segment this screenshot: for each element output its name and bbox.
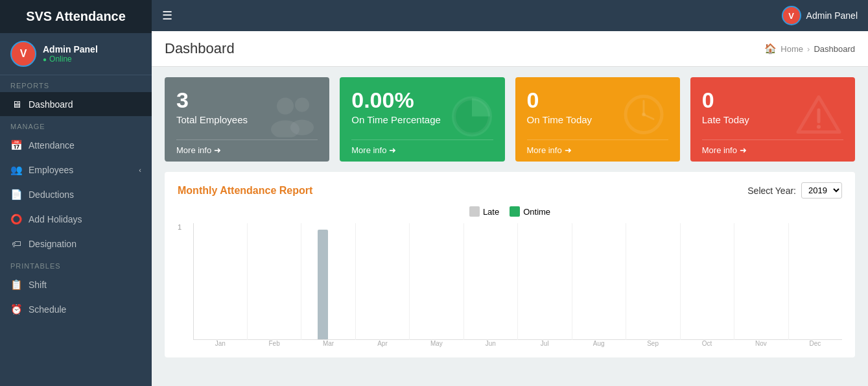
schedule-icon: ⏰	[10, 304, 22, 315]
page-body: Dashboard 🏠 Home › Dashboard 3 Total Emp…	[152, 31, 868, 386]
topbar: ☰ V Admin Panel	[152, 0, 868, 31]
sidebar-item-attendance[interactable]: 📅 Attendance	[0, 133, 152, 158]
sidebar-item-label: Employees	[29, 165, 73, 175]
chart-legend: Late Ontime	[178, 206, 842, 217]
sidebar-item-dashboard[interactable]: 🖥 Dashboard	[0, 92, 152, 116]
sidebar-item-label: Schedule	[29, 304, 66, 315]
sidebar-item-schedule[interactable]: ⏰ Schedule	[0, 297, 152, 322]
svg-point-0	[277, 98, 294, 115]
breadcrumb: 🏠 Home › Dashboard	[764, 43, 855, 54]
add-holidays-icon: ⭕	[10, 213, 22, 225]
card-on-time-pct: 0.00% On Time Percentage More info ➜	[340, 77, 504, 162]
topbar-avatar: V	[782, 6, 801, 25]
sidebar-item-employees[interactable]: 👥 Employees ‹	[0, 158, 152, 182]
sidebar: SVS Attendance V Admin Panel Online REPO…	[0, 0, 152, 386]
legend-late: Late	[469, 206, 499, 217]
home-icon: 🏠	[764, 43, 777, 54]
user-status: Online	[43, 54, 98, 64]
hamburger-icon[interactable]: ☰	[162, 8, 172, 23]
clock-bg-icon	[618, 92, 670, 147]
dashboard-icon: 🖥	[10, 99, 22, 110]
legend-late-label: Late	[483, 207, 499, 217]
sidebar-item-label: Designation	[29, 239, 76, 249]
chart-header: Monthly Attendance Report Select Year: 2…	[178, 182, 842, 199]
svg-point-3	[290, 120, 314, 136]
section-label-printables: PRINTABLES	[0, 256, 152, 272]
sidebar-item-label: Shift	[29, 280, 47, 290]
deductions-icon: 📄	[10, 189, 22, 200]
sidebar-item-deductions[interactable]: 📄 Deductions	[0, 182, 152, 207]
y-axis-label: 1	[178, 223, 182, 231]
select-year-label: Select Year:	[747, 186, 796, 196]
sidebar-item-label: Dashboard	[29, 99, 73, 110]
year-select-group: Select Year: 2017 2018 2019 2020	[747, 182, 842, 199]
cards-row: 3 Total Employees More info ➜ 0.	[152, 67, 868, 172]
card-total-employees: 3 Total Employees More info ➜	[165, 77, 329, 162]
sidebar-user: V Admin Panel Online	[0, 33, 152, 75]
sidebar-item-shift[interactable]: 📋 Shift	[0, 272, 152, 297]
month-labels: Jan Feb Mar Apr May Jun Jul Aug Sep Oct …	[193, 340, 842, 347]
sidebar-item-designation[interactable]: 🏷 Designation	[0, 232, 152, 256]
user-name: Admin Panel	[43, 44, 98, 54]
chart-section: Monthly Attendance Report Select Year: 2…	[165, 172, 855, 357]
employees-bg-icon	[267, 92, 319, 147]
sidebar-item-label: Deductions	[29, 189, 74, 200]
sidebar-item-add-holidays[interactable]: ⭕ Add Holidays	[0, 207, 152, 232]
breadcrumb-home: Home	[780, 44, 803, 54]
app-title: SVS Attendance	[26, 9, 126, 23]
chart-title: Monthly Attendance Report	[178, 185, 312, 197]
svg-point-2	[295, 98, 309, 112]
employees-icon: 👥	[10, 164, 22, 176]
sidebar-brand: SVS Attendance	[0, 0, 152, 33]
shift-icon: 📋	[10, 279, 22, 291]
avatar: V	[10, 41, 36, 67]
breadcrumb-current: Dashboard	[814, 44, 855, 54]
page-title: Dashboard	[165, 40, 235, 57]
section-label-manage: MANAGE	[0, 116, 152, 133]
svg-point-8	[642, 113, 646, 117]
year-select[interactable]: 2017 2018 2019 2020	[801, 182, 842, 199]
card-late-today: 0 Late Today More info ➜	[690, 77, 855, 162]
attendance-icon: 📅	[10, 139, 22, 151]
svg-point-11	[817, 125, 821, 129]
legend-ontime-label: Ontime	[523, 207, 550, 217]
legend-ontime: Ontime	[510, 206, 550, 217]
main-content: ☰ V Admin Panel Dashboard 🏠 Home › Dashb…	[152, 0, 868, 386]
warning-bg-icon	[793, 92, 845, 147]
designation-icon: 🏷	[10, 238, 22, 249]
card-on-time-today: 0 On Time Today More info ➜	[515, 77, 680, 162]
sidebar-item-label: Add Holidays	[29, 214, 82, 224]
sidebar-item-label: Attendance	[29, 140, 75, 151]
chart-bg-icon	[443, 92, 495, 147]
page-header: Dashboard 🏠 Home › Dashboard	[152, 31, 868, 67]
chevron-icon: ‹	[139, 166, 141, 174]
section-label-reports: REPORTS	[0, 75, 152, 92]
topbar-admin-label: Admin Panel	[806, 10, 858, 21]
